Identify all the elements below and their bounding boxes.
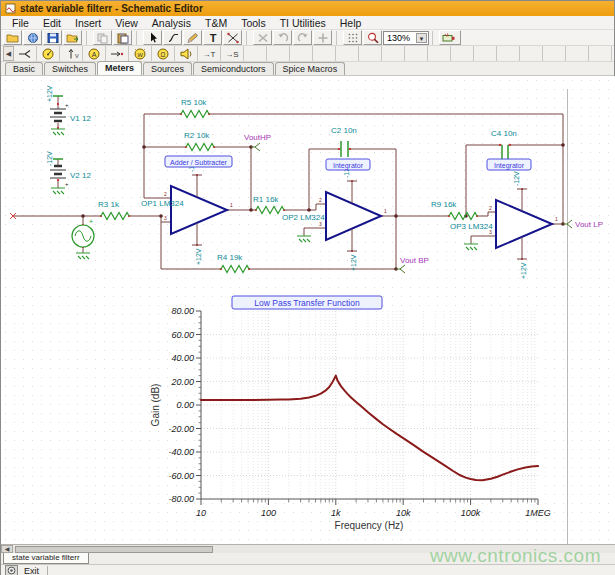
menu-insert[interactable]: Insert xyxy=(68,17,108,29)
tab-switches[interactable]: Switches xyxy=(44,62,96,75)
taskbar-app-icon[interactable] xyxy=(5,565,18,575)
tab-semiconductors[interactable]: Semiconductors xyxy=(193,62,274,75)
voltmeter-button[interactable] xyxy=(37,46,60,61)
text-tool-button[interactable]: T xyxy=(203,30,222,45)
text-icon: T xyxy=(206,32,220,44)
voltage-pin-button[interactable] xyxy=(14,46,37,61)
empty-cell xyxy=(520,46,543,61)
menu-edit[interactable]: Edit xyxy=(36,17,68,29)
battery-v2[interactable]: + xyxy=(50,166,69,187)
opamp-op1 xyxy=(171,186,227,234)
scroll-left-arrow-icon[interactable]: ◀ xyxy=(1,545,13,553)
undo-button[interactable] xyxy=(273,30,292,45)
empty-cell xyxy=(451,46,474,61)
empty-cell xyxy=(244,46,267,61)
resistor-r5 xyxy=(181,111,209,118)
tab-basic[interactable]: Basic xyxy=(5,62,43,75)
delete-icon xyxy=(256,32,270,44)
current-arrow-button[interactable] xyxy=(106,46,129,61)
resistor-r2 xyxy=(186,144,214,151)
app-icon xyxy=(5,3,16,14)
menu-analysis[interactable]: Analysis xyxy=(145,17,198,29)
capacitors[interactable] xyxy=(341,141,508,161)
scrollbar-thumb[interactable] xyxy=(15,546,213,553)
grid-toggle-button[interactable] xyxy=(343,30,362,45)
op3-vpos-label: +12V xyxy=(520,262,527,279)
label-integrator-1: Integrator xyxy=(333,162,364,170)
open-web-button[interactable] xyxy=(23,30,42,45)
resistor-r3 xyxy=(101,213,129,220)
menu-tools[interactable]: Tools xyxy=(234,17,273,29)
battery-component-button[interactable] xyxy=(439,30,461,45)
scroll-left-button[interactable]: ◀ xyxy=(3,46,14,61)
plus-mark: + xyxy=(65,102,69,108)
ground-symbols xyxy=(51,129,478,259)
open-button[interactable] xyxy=(3,30,22,45)
current-arrow-icon xyxy=(109,48,125,60)
zoom-button[interactable] xyxy=(363,30,382,45)
tab-spice-macros[interactable]: Spice Macros xyxy=(275,62,346,75)
menu-ti-utilities[interactable]: TI Utilities xyxy=(273,17,333,29)
empty-cell xyxy=(267,46,290,61)
svg-text:2: 2 xyxy=(164,191,167,197)
svg-text:-60.00: -60.00 xyxy=(168,471,194,481)
redo-icon xyxy=(296,32,310,44)
chevron-down-icon[interactable]: ▼ xyxy=(416,33,427,43)
wires[interactable] xyxy=(13,96,563,269)
transfer-s-button[interactable]: →S xyxy=(221,46,244,61)
toolbar-separator xyxy=(136,31,140,45)
battery-icon xyxy=(441,32,459,44)
export-button[interactable] xyxy=(63,30,82,45)
menu-tm[interactable]: T&M xyxy=(198,17,234,29)
open-web-icon xyxy=(26,32,40,44)
svg-text:1: 1 xyxy=(555,216,558,222)
label-integrator-2: Integrator xyxy=(494,162,525,170)
opamp-triangles[interactable] xyxy=(171,186,552,248)
block-labels[interactable]: Adder / Subtracter Integrator Integrator xyxy=(165,156,531,170)
wattmeter-button[interactable]: W xyxy=(129,46,152,61)
zoom-level-combo[interactable]: 130% ▼ xyxy=(383,31,429,45)
pencil-icon xyxy=(186,32,200,44)
svg-text:1MEG: 1MEG xyxy=(525,508,551,518)
select-tool-button[interactable] xyxy=(143,30,162,45)
exit-button[interactable]: Exit xyxy=(24,566,39,575)
menu-view[interactable]: View xyxy=(108,17,145,29)
voltage-arrow-button[interactable]: V xyxy=(60,46,83,61)
ammeter-button[interactable]: A xyxy=(83,46,106,61)
zoom-icon xyxy=(366,32,380,44)
svg-text:3: 3 xyxy=(319,221,322,227)
move-button[interactable] xyxy=(313,30,332,45)
sheet-tab[interactable]: state variable filterr xyxy=(3,553,89,564)
menu-help[interactable]: Help xyxy=(333,17,369,29)
battery-v1[interactable]: + xyxy=(50,102,69,121)
tab-meters[interactable]: Meters xyxy=(97,61,142,75)
menu-file[interactable]: File xyxy=(5,17,36,29)
cross-wire-button[interactable] xyxy=(223,30,242,45)
window-title: state variable filterr - Schematic Edito… xyxy=(20,3,203,14)
copy-button[interactable] xyxy=(93,30,112,45)
delete-button[interactable] xyxy=(253,30,272,45)
loudspeaker-button[interactable] xyxy=(175,46,198,61)
svg-text:1: 1 xyxy=(384,208,387,214)
empty-cell xyxy=(359,46,382,61)
transfer-t-button[interactable]: →T xyxy=(198,46,221,61)
resistor-r9 xyxy=(449,213,477,220)
ammeter-icon: A xyxy=(86,48,102,60)
wire-tool-button[interactable] xyxy=(163,30,182,45)
schematic-drawing[interactable]: + + + xyxy=(10,85,603,279)
save-button[interactable] xyxy=(43,30,62,45)
ohmmeter-button[interactable]: Ω xyxy=(152,46,175,61)
schematic-editor-window: state variable filterr - Schematic Edito… xyxy=(0,0,615,575)
resistors[interactable] xyxy=(101,111,477,273)
schematic-canvas[interactable]: + + + xyxy=(1,76,615,544)
svg-text:1: 1 xyxy=(230,202,233,208)
tab-sources[interactable]: Sources xyxy=(143,62,192,75)
draw-tool-button[interactable] xyxy=(183,30,202,45)
move-icon xyxy=(316,32,330,44)
plus-mark: + xyxy=(65,181,69,187)
label-r3: R3 1k xyxy=(98,200,120,209)
copy-icon xyxy=(96,32,110,44)
output-pin-bp xyxy=(396,265,405,273)
redo-button[interactable] xyxy=(293,30,312,45)
paste-button[interactable] xyxy=(113,30,132,45)
